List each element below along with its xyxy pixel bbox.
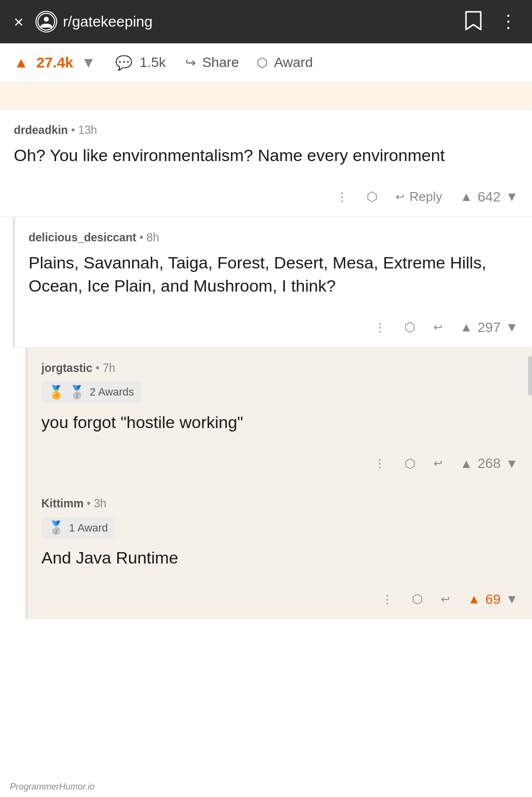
comment-author-1: drdeadkin <box>14 124 68 136</box>
comment-dot-1: • <box>71 124 78 136</box>
reply-icon-3: ↩ <box>433 457 442 470</box>
comment-author-3: jorgtastic <box>41 362 93 374</box>
share-icon: ↪ <box>185 55 196 70</box>
reply-icon-4: ↩ <box>441 593 450 606</box>
comment-vote-section-2: ▲ 297 ▼ <box>460 320 518 335</box>
comment-jorgtastic: jorgtastic • 7h 🏅 🥈 2 Awards you forgot … <box>26 348 532 484</box>
comment-actions-3: ⋮ ⬡ ↩ ▲ 268 ▼ <box>41 446 518 483</box>
comment-downvote-4[interactable]: ▼ <box>505 592 518 607</box>
downvote-button[interactable]: ▼ <box>81 54 96 71</box>
comment-delicious-desiccant: delicious_desiccant • 8h Plains, Savanna… <box>13 217 532 348</box>
comment-vote-count-3: 268 <box>478 456 501 471</box>
comment-actions-4: ⋮ ⬡ ↩ ▲ 69 ▼ <box>41 582 518 619</box>
awards-badge-3: 🏅 🥈 2 Awards <box>41 382 141 403</box>
top-bar: × r/gatekeeping ⋮ <box>0 0 532 43</box>
comment-vote-section-4: ▲ 69 ▼ <box>467 592 518 607</box>
award-label: Award <box>274 55 313 70</box>
comment-time-2: 8h <box>146 231 159 244</box>
comment-reply-button-4[interactable]: ↩ <box>441 593 450 606</box>
comment-upvote-2[interactable]: ▲ <box>460 320 473 335</box>
more-options-button[interactable]: ⋮ <box>499 11 518 32</box>
comment-upvote-1[interactable]: ▲ <box>460 189 473 204</box>
reply-icon-1: ↩ <box>396 191 404 203</box>
comment-award-button-3[interactable]: ⬡ <box>404 456 416 471</box>
comment-time-4: 3h <box>94 497 106 510</box>
award-silver-emoji-4: 🥈 <box>48 520 64 535</box>
award-button[interactable]: ⬡ Award <box>257 55 313 70</box>
award-star-emoji-3: 🏅 <box>48 385 64 400</box>
scroll-indicator <box>528 356 532 396</box>
comment-reply-button-1[interactable]: ↩ Reply <box>396 189 442 204</box>
comment-body-2: Plains, Savannah, Taiga, Forest, Desert,… <box>29 251 518 298</box>
comment-drdeadkin: drdeadkin • 13h Oh? You like environment… <box>0 110 532 217</box>
comment-more-button-2[interactable]: ⋮ <box>374 321 387 334</box>
awards-badge-4: 🥈 1 Award <box>41 517 115 538</box>
upvote-button[interactable]: ▲ <box>14 54 29 71</box>
top-bar-left: × r/gatekeeping <box>14 11 153 33</box>
comments-count: 1.5k <box>139 55 166 70</box>
comment-dot-3: • <box>96 362 102 374</box>
comment-upvote-3[interactable]: ▲ <box>460 456 473 471</box>
comment-award-button-1[interactable]: ⬡ <box>366 189 378 204</box>
comment-downvote-3[interactable]: ▼ <box>505 456 518 471</box>
comment-dot-4: • <box>87 497 94 510</box>
comment-meta-4: Kittimm • 3h <box>41 497 518 510</box>
awards-count-3: 2 Awards <box>90 386 134 398</box>
comment-more-button-3[interactable]: ⋮ <box>374 457 387 470</box>
comment-award-button-4[interactable]: ⬡ <box>412 592 423 607</box>
ad-banner <box>0 82 532 110</box>
watermark: ProgrammerHumor.io <box>10 782 95 792</box>
comment-meta-2: delicious_desiccant • 8h <box>29 231 518 244</box>
action-bar: ▲ 27.4k ▼ 💬 1.5k ↪ Share ⬡ Award <box>0 43 532 82</box>
comment-vote-section-1: ▲ 642 ▼ <box>460 189 518 205</box>
subreddit-avatar <box>35 11 57 33</box>
comment-award-button-2[interactable]: ⬡ <box>404 320 416 335</box>
comment-vote-count-4: 69 <box>485 592 500 607</box>
bookmark-icon <box>465 11 482 31</box>
comments-icon: 💬 <box>115 55 133 71</box>
comments-section[interactable]: 💬 1.5k <box>115 55 166 71</box>
comment-upvote-4[interactable]: ▲ <box>467 592 480 607</box>
avatar-icon <box>37 13 55 31</box>
award-icon: ⬡ <box>257 55 268 70</box>
comment-author-4: Kittimm <box>41 497 84 510</box>
comment-vote-count-2: 297 <box>478 320 501 335</box>
comments-section-wrapper: drdeadkin • 13h Oh? You like environment… <box>0 110 532 619</box>
comment-downvote-1[interactable]: ▼ <box>505 189 518 204</box>
vote-section: ▲ 27.4k ▼ <box>14 54 96 71</box>
vote-count: 27.4k <box>36 54 73 71</box>
comment-actions-2: ⋮ ⬡ ↩ ▲ 297 ▼ <box>29 310 518 347</box>
awards-count-4: 1 Award <box>69 522 108 534</box>
share-button[interactable]: ↪ Share <box>185 55 239 70</box>
reply-label-1: Reply <box>409 189 442 204</box>
svg-point-1 <box>44 17 49 22</box>
comment-time-1: 13h <box>78 124 97 136</box>
comment-downvote-2[interactable]: ▼ <box>505 320 518 335</box>
top-bar-right: ⋮ <box>465 11 518 33</box>
comment-vote-count-1: 642 <box>478 189 501 205</box>
comment-meta-3: jorgtastic • 7h <box>41 362 518 375</box>
comment-actions-1: ⋮ ⬡ ↩ Reply ▲ 642 ▼ <box>14 179 518 217</box>
comment-reply-button-3[interactable]: ↩ <box>433 457 442 470</box>
award-silver-emoji-3: 🥈 <box>69 385 85 400</box>
subreddit-name: r/gatekeeping <box>63 13 153 30</box>
comment-more-button-1[interactable]: ⋮ <box>336 190 349 204</box>
comment-more-button-4[interactable]: ⋮ <box>381 593 394 606</box>
comment-body-1: Oh? You like environmentalism? Name ever… <box>14 144 518 167</box>
comment-reply-button-2[interactable]: ↩ <box>433 321 442 334</box>
comment-dot-2: • <box>139 231 146 244</box>
comment-vote-section-3: ▲ 268 ▼ <box>460 456 518 471</box>
subreddit-title: r/gatekeeping <box>35 11 153 33</box>
comment-body-3: you forgot "hostile working" <box>41 411 518 434</box>
comment-body-4: And Java Runtime <box>41 546 518 570</box>
close-button[interactable]: × <box>14 12 24 32</box>
bookmark-button[interactable] <box>465 11 482 33</box>
comment-kittimm: Kittimm • 3h 🥈 1 Award And Java Runtime … <box>26 483 532 619</box>
comment-time-3: 7h <box>102 362 115 374</box>
comment-author-2: delicious_desiccant <box>29 231 136 244</box>
comment-meta-1: drdeadkin • 13h <box>14 124 518 137</box>
reply-icon-2: ↩ <box>433 321 442 334</box>
share-label: Share <box>202 55 239 70</box>
